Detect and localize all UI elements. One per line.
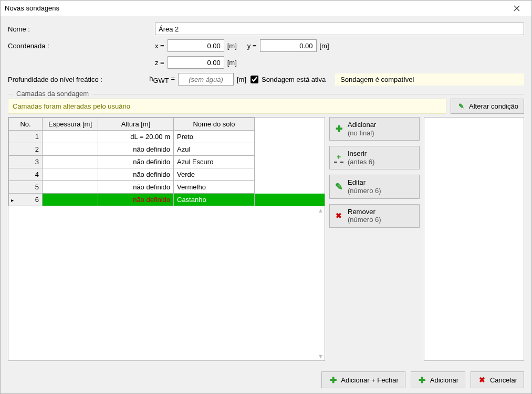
cell-no[interactable]: ▸6 <box>9 194 43 206</box>
layers-table[interactable]: No. Espessura [m] Altura [m] Nome do sol… <box>8 118 325 206</box>
cell-no[interactable]: 1 <box>9 131 43 143</box>
cell-nome[interactable]: Verde <box>174 168 255 181</box>
fieldset-legend: Camadas da sondagem <box>13 90 92 98</box>
add-layer-button[interactable]: ✚ Adicionar(no final) <box>329 117 420 141</box>
cell-esp[interactable] <box>43 143 98 156</box>
cell-esp[interactable] <box>43 168 98 181</box>
content-area: Nome : Coordenada : x = [m] y = [m] z = … <box>1 16 531 366</box>
cell-nome[interactable]: Azul <box>174 143 255 156</box>
input-hgwt[interactable] <box>178 73 234 86</box>
table-row[interactable]: 2não definidoAzul <box>9 143 325 156</box>
label-y: y = <box>247 42 257 50</box>
insert-icon: + <box>334 153 343 163</box>
alter-condition-label: Alterar condição <box>469 102 518 110</box>
label-hgwt: hGWT = <box>144 74 175 84</box>
edit-icon: ✎ <box>334 182 343 191</box>
layer-body: No. Espessura [m] Altura [m] Nome do sol… <box>8 117 524 361</box>
table-row[interactable]: 5não definidoVermelho <box>9 181 325 194</box>
edit-layer-button[interactable]: ✎ Editar(número 6) <box>329 175 420 198</box>
label-z: z = <box>155 59 164 67</box>
table-row[interactable]: 4não definidoVerde <box>9 168 325 181</box>
th-esp[interactable]: Espessura [m] <box>43 118 98 131</box>
cancel-button[interactable]: ✖ Cancelar <box>471 371 524 388</box>
edit-t2: (número 6) <box>348 187 381 195</box>
cell-nome[interactable]: Castanho <box>174 194 255 206</box>
remove-t2: (número 6) <box>348 216 381 224</box>
layer-top-bar: Camadas foram alteradas pelo usuário ✎ A… <box>8 99 524 114</box>
dialog-window: Novas sondagens Nome : Coordenada : x = … <box>0 0 532 394</box>
insert-layer-button[interactable]: + Inserir(antes 6) <box>329 146 420 169</box>
cell-alt[interactable]: dL = 20.00 m <box>98 131 174 143</box>
label-x: x = <box>155 42 164 50</box>
table-row[interactable]: ▸6não definidoCastanho <box>9 194 325 206</box>
cell-esp[interactable] <box>43 181 98 194</box>
cell-nome[interactable]: Vermelho <box>174 181 255 194</box>
cell-alt[interactable]: não definido <box>98 143 174 156</box>
row-nome: Nome : <box>8 23 524 35</box>
delete-icon: ✖ <box>334 211 343 220</box>
unit-gwt: [m] <box>237 76 246 83</box>
plus-icon: ✚ <box>328 375 338 385</box>
remove-t1: Remover <box>348 208 375 216</box>
close-button[interactable] <box>506 1 527 16</box>
unit-z: [m] <box>227 59 237 67</box>
cell-no[interactable]: 5 <box>9 181 43 194</box>
cell-alt[interactable]: não definido <box>98 194 174 206</box>
cell-no[interactable]: 4 <box>9 168 43 181</box>
table-fill: ▲ ▼ <box>8 206 325 360</box>
cell-nome[interactable]: Azul Escuro <box>174 156 255 168</box>
add-label: Adicionar <box>430 376 458 384</box>
cell-alt[interactable]: não definido <box>98 156 174 168</box>
input-z[interactable] <box>168 56 224 69</box>
cell-alt[interactable]: não definido <box>98 181 174 194</box>
cell-esp[interactable] <box>43 194 98 206</box>
th-nome[interactable]: Nome do solo <box>174 118 255 131</box>
plus-icon: ✚ <box>418 375 427 385</box>
label-active: Sondagem está ativa <box>262 76 326 83</box>
scroll-up-icon[interactable]: ▲ <box>318 207 324 214</box>
add-and-close-button[interactable]: ✚ Adicionar + Fechar <box>321 371 405 388</box>
add-t2: (no final) <box>348 129 376 137</box>
edit-t1: Editar <box>348 178 366 186</box>
side-buttons: ✚ Adicionar(no final) + Inserir(antes 6)… <box>329 117 420 361</box>
cell-no[interactable]: 3 <box>9 156 43 168</box>
cancel-label: Cancelar <box>490 376 517 384</box>
status-compatible: Sondagem é compatível <box>335 73 524 86</box>
add-button[interactable]: ✚ Adicionar <box>411 371 465 388</box>
table-row[interactable]: 1dL = 20.00 mPreto <box>9 131 325 143</box>
row-z: z = [m] <box>8 56 524 69</box>
cell-no[interactable]: 2 <box>9 143 43 156</box>
input-y[interactable] <box>260 39 317 52</box>
th-no[interactable]: No. <box>9 118 43 131</box>
alter-condition-button[interactable]: ✎ Alterar condição <box>451 99 524 114</box>
cell-esp[interactable] <box>43 156 98 168</box>
add-t1: Adicionar <box>348 121 376 129</box>
cell-nome[interactable]: Preto <box>174 131 255 143</box>
cancel-icon: ✖ <box>477 375 487 385</box>
plus-icon: ✚ <box>334 124 343 134</box>
unit-x: [m] <box>227 42 237 50</box>
row-coord: Coordenada : x = [m] y = [m] <box>8 39 524 52</box>
titlebar: Novas sondagens <box>1 1 531 16</box>
cell-alt[interactable]: não definido <box>98 168 174 181</box>
checkbox-active[interactable] <box>251 76 258 83</box>
insert-t1: Inserir <box>348 150 367 157</box>
th-alt[interactable]: Altura [m] <box>98 118 174 131</box>
pencil-icon: ✎ <box>456 102 466 111</box>
input-nome[interactable] <box>155 23 524 35</box>
input-x[interactable] <box>168 39 224 52</box>
remove-layer-button[interactable]: ✖ Remover(número 6) <box>329 204 420 228</box>
insert-t2: (antes 6) <box>348 158 374 166</box>
row-gwt: Profundidade do nível freático : hGWT = … <box>8 73 524 86</box>
close-icon <box>514 5 520 12</box>
label-nome: Nome : <box>8 25 155 33</box>
label-gwt: Profundidade do nível freático : <box>8 76 144 83</box>
preview-panel <box>424 117 524 361</box>
layers-table-wrap: No. Espessura [m] Altura [m] Nome do sol… <box>8 117 325 361</box>
label-coord: Coordenada : <box>8 42 155 50</box>
table-row[interactable]: 3não definidoAzul Escuro <box>9 156 325 168</box>
cell-esp[interactable] <box>43 131 98 143</box>
scroll-down-icon[interactable]: ▼ <box>318 353 324 359</box>
add-close-label: Adicionar + Fechar <box>341 376 398 384</box>
window-title: Novas sondagens <box>5 4 59 12</box>
